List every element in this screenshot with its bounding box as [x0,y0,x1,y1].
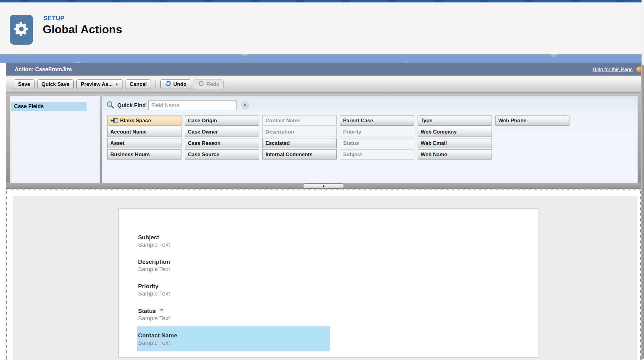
layout-field-label: Priority [138,283,330,290]
setup-header: SETUP Global Actions [0,2,644,54]
palette-field-label: Blank Space [120,118,151,124]
layout-field-priority[interactable]: PrioritySample Text [138,283,330,297]
quick-save-button[interactable]: Quick Save [37,79,74,89]
palette-field-label: Priority [343,129,361,135]
palette-field-label: Web Phone [498,118,526,124]
palette-field-label: Case Owner [188,129,218,135]
help-for-this-page-link[interactable]: Help for this Page [593,63,633,75]
redo-button: Redo [194,79,224,89]
palette-column: Web Phone [495,116,569,160]
blank-space-icon [110,118,119,123]
palette-field-label: Type [421,118,432,124]
help-icon[interactable] [636,67,642,72]
layout-fields: SubjectSample TextDescriptionSample Text… [119,209,538,351]
layout-field-label: Subject [138,234,330,241]
page-title: Global Actions [43,23,122,36]
fields-palette-frame: Case Fields Quick Find ✕ Blank SpaceAcco… [6,93,641,189]
undo-label: Undo [173,81,186,87]
layout-field-sample-value: Sample Text [138,339,330,347]
palette-field-web-phone[interactable]: Web Phone [495,116,569,126]
palette-column: Parent CasePriorityStatusSubject [340,116,414,160]
palette-field-case-origin[interactable]: Case Origin [185,116,259,126]
vertical-scrollbar[interactable] [642,0,644,360]
quick-find-input[interactable] [148,101,236,110]
palette-field-subject: Subject [340,149,414,160]
layout-field-label: Status* [138,307,330,315]
palette-field-priority: Priority [340,127,414,137]
undo-icon [165,80,171,88]
action-title-bar: Action: CaseFromJira Help for this Page [6,63,641,76]
palette-field-internal-comments[interactable]: Internal Comments [262,149,337,160]
layout-field-sample-value: Sample Text [138,290,330,297]
layout-field-description[interactable]: DescriptionSample Text [138,258,330,273]
palette-field-case-source[interactable]: Case Source [185,149,259,160]
palette-field-label: Status [343,140,359,146]
palette-field-case-owner[interactable]: Case Owner [185,127,259,137]
palette-field-escalated[interactable]: Escalated [262,138,337,148]
decorative-banner [0,54,644,63]
save-button[interactable]: Save [14,79,35,89]
required-asterisk-icon: * [160,307,163,314]
palette-field-case-reason[interactable]: Case Reason [185,138,259,148]
palette-column: Case OriginCase OwnerCase ReasonCase Sou… [185,116,259,160]
palette-field-label: Case Origin [188,118,217,124]
preview-as-label: Preview As... [81,81,112,87]
gear-icon [13,21,30,39]
palette-field-label: Internal Comments [265,152,313,158]
palette-field-label: Case Source [188,152,219,158]
cancel-button[interactable]: Cancel [126,79,151,89]
collapse-palette-button[interactable]: ▲ [303,183,344,189]
layout-field-contact-name[interactable]: Contact NameSample Text [137,326,330,351]
layout-field-sample-value: Sample Text [138,266,330,273]
palette-field-label: Subject [343,152,362,158]
preview-as-button[interactable]: Preview As... ▼ [76,79,123,89]
palette-field-label: Web Company [421,129,457,135]
redo-icon [198,80,205,88]
palette-field-description: Description [262,127,337,137]
palette-field-contact-name: Contact Name [262,116,337,126]
layout-field-subject[interactable]: SubjectSample Text [138,234,330,248]
palette-field-label: Web Email [421,140,447,146]
palette-sidebar: Case Fields [10,96,100,183]
layout-canvas-region: SubjectSample TextDescriptionSample Text… [6,189,641,360]
setup-eyebrow: SETUP [43,15,64,22]
palette-field-type[interactable]: Type [418,116,492,126]
palette-field-blank-space[interactable]: Blank Space [107,116,181,126]
undo-button[interactable]: Undo [160,79,191,89]
palette-field-label: Case Reason [188,140,221,146]
palette-field-web-email[interactable]: Web Email [418,138,492,148]
palette-field-account-name[interactable]: Account Name [107,127,181,137]
palette-column: Blank SpaceAccount NameAssetBusiness Hou… [107,116,181,160]
layout-field-sample-value: Sample Text [138,315,330,322]
layout-field-sample-value: Sample Text [138,241,330,248]
clear-search-button[interactable]: ✕ [241,101,249,109]
layout-preview-backdrop: SubjectSample TextDescriptionSample Text… [13,196,637,360]
collapse-arrow-icon: ▲ [322,184,325,187]
palette-field-status: Status [340,138,414,148]
palette-field-label: Contact Name [265,118,300,124]
palette-field-web-name[interactable]: Web Name [418,149,492,160]
palette-field-business-hours[interactable]: Business Hours [107,149,181,160]
browser-top-strip [0,0,644,2]
palette-field-label: Asset [110,140,124,146]
layout-field-label: Description [138,258,330,266]
palette-field-label: Parent Case [343,118,373,124]
palette-field-parent-case[interactable]: Parent Case [340,116,414,126]
layout-field-status[interactable]: Status*Sample Text [138,307,330,322]
palette-field-grid: Blank SpaceAccount NameAssetBusiness Hou… [107,116,638,160]
palette-column: Contact NameDescriptionEscalatedInternal… [262,116,337,160]
action-title: Action: CaseFromJira [15,63,72,75]
editor-toolbar: Save Quick Save Preview As... ▼ Cancel U… [6,76,641,93]
quick-find-row: Quick Find ✕ [102,96,638,110]
quick-find-label: Quick Find [117,102,146,109]
palette-field-label: Description [265,129,294,135]
palette-field-label: Account Name [110,129,147,135]
search-icon [106,101,115,110]
palette-field-asset[interactable]: Asset [107,138,181,148]
palette-field-label: Web Name [421,152,447,158]
setup-icon-tile [10,15,33,45]
scrollbar-thumb[interactable] [642,65,644,359]
sidebar-item-case-fields[interactable]: Case Fields [11,102,86,111]
fields-palette: Quick Find ✕ Blank SpaceAccount NameAsse… [102,96,638,183]
palette-field-web-company[interactable]: Web Company [418,127,492,137]
